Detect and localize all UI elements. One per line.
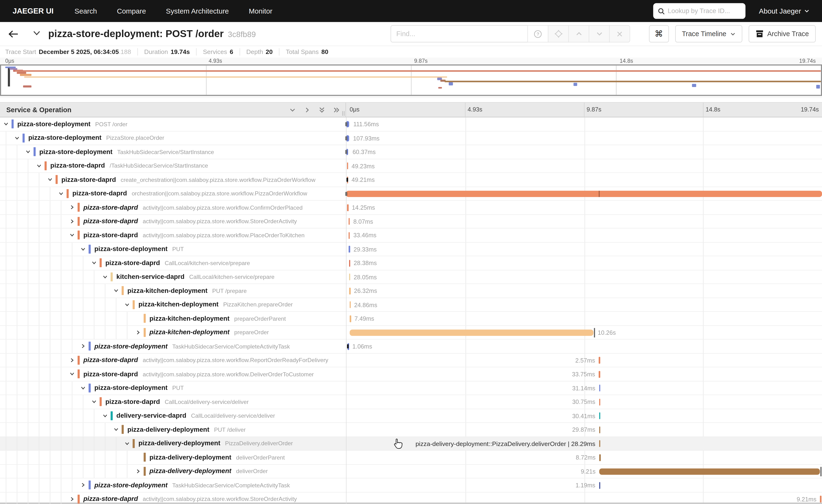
- span-bar[interactable]: [349, 260, 350, 267]
- span-row[interactable]: pizza-delivery-deploymentPUT /deliver29.…: [0, 423, 822, 437]
- chevron-down-icon[interactable]: [91, 399, 97, 405]
- collapse-span-chevron[interactable]: [80, 246, 88, 252]
- expand-span-chevron[interactable]: [80, 343, 88, 349]
- minimap-canvas[interactable]: [0, 64, 822, 96]
- collapse-trace-details-chevron[interactable]: [33, 29, 41, 38]
- span-row[interactable]: pizza-store-deploymentPOST /order111.56m…: [0, 117, 822, 131]
- span-bar[interactable]: [599, 399, 600, 405]
- span-bar[interactable]: [349, 246, 350, 253]
- span-bar[interactable]: [599, 413, 600, 419]
- collapse-span-chevron[interactable]: [36, 163, 44, 168]
- span-row[interactable]: pizza-store-deploymentTaskHubSidecarServ…: [0, 478, 822, 492]
- expand-all-button[interactable]: [333, 106, 340, 113]
- chevron-down-icon[interactable]: [91, 260, 97, 266]
- expand-span-chevron[interactable]: [80, 482, 88, 488]
- chevron-down-icon[interactable]: [80, 385, 86, 391]
- collapse-span-chevron[interactable]: [124, 302, 132, 308]
- span-bar[interactable]: [599, 385, 600, 392]
- span-bar[interactable]: [599, 454, 600, 461]
- chevron-down-icon[interactable]: [47, 177, 53, 182]
- collapse-span-chevron[interactable]: [91, 399, 100, 405]
- span-row[interactable]: pizza-store-daprdCallLocal/kitchen-servi…: [0, 256, 822, 270]
- span-bar[interactable]: [349, 301, 351, 308]
- chevron-down-icon[interactable]: [58, 191, 64, 196]
- span-bar[interactable]: [599, 426, 600, 433]
- span-bar[interactable]: [350, 330, 594, 336]
- span-row[interactable]: pizza-store-daprd/TaskHubSidecarService/…: [0, 159, 822, 173]
- span-bar[interactable]: [347, 204, 349, 211]
- span-row[interactable]: pizza-store-deploymentTaskHubSidecarServ…: [0, 340, 822, 353]
- span-bar[interactable]: [349, 218, 350, 225]
- minimap-viewport-handle[interactable]: [8, 67, 10, 86]
- span-row[interactable]: pizza-delivery-deploymentdeliverOrder9.2…: [0, 465, 822, 478]
- span-row[interactable]: pizza-delivery-deploymentPizzaDelivery.d…: [0, 437, 822, 451]
- chevron-right-icon[interactable]: [80, 343, 86, 349]
- find-prev-button[interactable]: [568, 25, 589, 43]
- column-resizer-grip[interactable]: [342, 111, 344, 116]
- expand-span-chevron[interactable]: [135, 468, 144, 474]
- chevron-down-icon[interactable]: [69, 232, 75, 238]
- nav-item-compare[interactable]: Compare: [117, 7, 146, 15]
- span-row[interactable]: pizza-store-daprdactivity||com.salaboy.p…: [0, 228, 822, 242]
- span-bar[interactable]: [346, 191, 822, 196]
- nav-item-search[interactable]: Search: [74, 7, 97, 15]
- chevron-down-icon[interactable]: [124, 441, 130, 446]
- span-row[interactable]: pizza-store-deploymentPUT29.33ms: [0, 242, 822, 256]
- span-row[interactable]: pizza-store-deploymentTaskHubSidecarServ…: [0, 145, 822, 159]
- chevron-down-icon[interactable]: [113, 288, 119, 294]
- chevron-down-icon[interactable]: [113, 427, 119, 432]
- span-bar[interactable]: [350, 315, 351, 322]
- span-row[interactable]: kitchen-service-daprdCallLocal/kitchen-s…: [0, 270, 822, 284]
- span-bar[interactable]: [599, 371, 600, 378]
- app-brand[interactable]: JAEGER UI: [13, 7, 53, 15]
- expand-span-chevron[interactable]: [69, 204, 77, 210]
- span-row[interactable]: pizza-kitchen-deploymentprepareOrder10.2…: [0, 326, 822, 340]
- collapse-span-chevron[interactable]: [47, 177, 55, 182]
- nav-item-system-architecture[interactable]: System Architecture: [166, 7, 229, 15]
- find-help-button[interactable]: ?: [527, 25, 548, 43]
- trace-lookup-input[interactable]: [668, 7, 740, 15]
- span-bar[interactable]: [349, 274, 350, 281]
- chevron-down-icon[interactable]: [102, 413, 108, 418]
- expand-span-chevron[interactable]: [69, 218, 77, 224]
- collapse-span-chevron[interactable]: [80, 385, 88, 391]
- collapse-span-chevron[interactable]: [58, 191, 67, 196]
- chevron-right-icon[interactable]: [69, 218, 75, 224]
- span-bar[interactable]: [599, 357, 600, 364]
- chevron-down-icon[interactable]: [25, 149, 31, 155]
- nav-item-monitor[interactable]: Monitor: [249, 7, 272, 15]
- chevron-down-icon[interactable]: [36, 163, 42, 168]
- span-row[interactable]: pizza-store-daprdactivity||com.salaboy.p…: [0, 201, 822, 214]
- collapse-span-chevron[interactable]: [69, 232, 77, 238]
- span-row[interactable]: pizza-store-daprdactivity||com.salaboy.p…: [0, 367, 822, 381]
- span-bar[interactable]: [599, 468, 820, 474]
- keyboard-shortcuts-button[interactable]: ⌘: [649, 25, 669, 43]
- trace-lookup-box[interactable]: [653, 3, 745, 19]
- collapse-span-chevron[interactable]: [91, 260, 100, 266]
- span-bar[interactable]: [347, 162, 348, 169]
- find-clear-button[interactable]: [609, 25, 630, 43]
- chevron-down-icon[interactable]: [14, 135, 20, 141]
- span-row[interactable]: pizza-store-daprdactivity||com.salaboy.p…: [0, 354, 822, 367]
- span-row[interactable]: pizza-store-deploymentPizzaStore.placeOr…: [0, 131, 822, 145]
- archive-trace-button[interactable]: Archive Trace: [748, 25, 816, 43]
- chevron-right-icon[interactable]: [80, 482, 86, 488]
- expand-one-level-button[interactable]: [304, 106, 311, 113]
- chevron-down-icon[interactable]: [69, 371, 75, 377]
- about-jaeger-menu[interactable]: About Jaeger: [759, 7, 809, 15]
- span-bar[interactable]: [820, 496, 822, 503]
- expand-span-chevron[interactable]: [69, 357, 77, 363]
- span-row[interactable]: pizza-delivery-deploymentdeliverOrderPar…: [0, 451, 822, 465]
- chevron-down-icon[interactable]: [80, 246, 86, 252]
- find-input[interactable]: [391, 25, 528, 43]
- chevron-right-icon[interactable]: [69, 204, 75, 210]
- span-row[interactable]: pizza-kitchen-deploymentprepareOrderPare…: [0, 312, 822, 326]
- span-bar[interactable]: [349, 232, 350, 239]
- collapse-span-chevron[interactable]: [14, 135, 23, 141]
- collapse-all-button[interactable]: [318, 106, 326, 113]
- span-row[interactable]: pizza-store-daprdactivity||com.salaboy.p…: [0, 492, 822, 504]
- back-button[interactable]: [0, 22, 26, 46]
- chevron-right-icon[interactable]: [135, 468, 141, 474]
- span-row[interactable]: pizza-store-daprdactivity||com.salaboy.p…: [0, 215, 822, 228]
- collapse-one-level-button[interactable]: [289, 106, 296, 113]
